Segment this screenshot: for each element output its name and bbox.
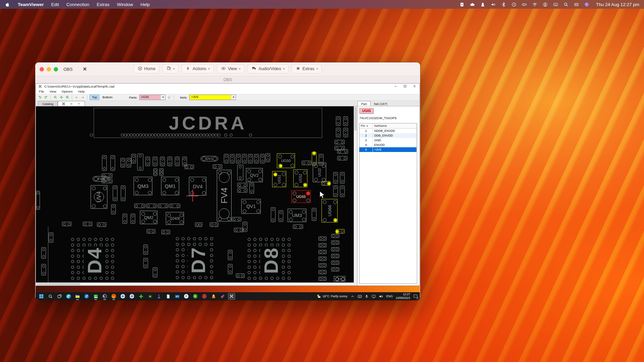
board-small-part[interactable] — [237, 188, 247, 193]
top-side-button[interactable]: Top — [90, 95, 99, 100]
board-component-Q2408[interactable]: Q2408 — [166, 212, 184, 225]
zoom-out-icon[interactable] — [53, 95, 58, 100]
taskbar-taskview-icon[interactable] — [56, 293, 63, 300]
forward-arrow-icon[interactable] — [80, 95, 85, 100]
board-small-part[interactable] — [210, 222, 218, 227]
board-small-part[interactable] — [331, 247, 339, 251]
minimize-button[interactable] — [394, 84, 398, 88]
board-small-part[interactable] — [131, 214, 135, 224]
vlc-cone-icon[interactable] — [480, 2, 486, 7]
pcb-canvas[interactable]: JCDRA QM3QM1DV4 FV4QV2QV1UV4 FV8QM2Q2408… — [36, 106, 354, 282]
board-small-part[interactable] — [254, 154, 259, 163]
board-small-part[interactable] — [331, 267, 339, 271]
board-small-part[interactable] — [243, 222, 247, 232]
board-small-part[interactable] — [336, 128, 341, 137]
menubar-item-help[interactable]: Help — [140, 2, 150, 7]
selected-part-chip[interactable]: UG65 — [359, 108, 374, 114]
board-small-part[interactable] — [237, 183, 247, 187]
session-icon[interactable] — [459, 2, 465, 7]
maximize-button[interactable] — [403, 84, 407, 88]
taskbar-parrot-icon[interactable] — [192, 293, 199, 300]
taskbar-figure-icon[interactable] — [155, 293, 163, 300]
board-small-part[interactable] — [331, 241, 339, 245]
table-header[interactable]: Pin▲ NetName — [359, 123, 417, 128]
board-small-part[interactable] — [153, 168, 157, 176]
board-bga-D8[interactable]: D8 — [246, 237, 296, 282]
board-small-part[interactable] — [312, 208, 316, 221]
cad-menu-file[interactable]: File — [39, 90, 44, 93]
tab-net[interactable]: Net (157) — [370, 101, 391, 106]
volume-icon[interactable] — [490, 2, 496, 7]
board-small-part[interactable] — [318, 263, 327, 267]
minimize-window-button[interactable] — [47, 67, 51, 71]
tv-toolbar-home-button[interactable]: Home — [134, 64, 159, 73]
taskbar-obs-icon[interactable] — [101, 293, 108, 300]
rotate-cw-icon[interactable] — [43, 95, 48, 100]
board-small-part[interactable] — [236, 154, 241, 163]
taskbar-sync-icon[interactable] — [83, 293, 90, 300]
tab-close-icon[interactable] — [77, 101, 82, 106]
board-small-part[interactable] — [83, 222, 92, 226]
board-small-part[interactable] — [242, 154, 247, 163]
apple-logo-icon[interactable] — [5, 2, 10, 7]
cad-menu-options[interactable]: Options — [62, 90, 73, 93]
board-small-part[interactable] — [279, 210, 283, 222]
taskbar-target-icon[interactable] — [128, 293, 136, 300]
board-component-UM3[interactable]: UM3 — [288, 209, 306, 222]
tv-toolbar-actions-button[interactable]: Actions▾ — [182, 64, 214, 73]
tab-catalog[interactable]: Catalog — [38, 101, 58, 106]
board-small-part[interactable] — [318, 257, 327, 261]
board-small-part[interactable] — [318, 243, 327, 247]
nets-combobox[interactable]: +3V5 — [189, 95, 236, 100]
menubar-clock[interactable]: Thu 24 Aug 12:27 pm — [596, 2, 639, 7]
table-row[interactable]: 4ENVDD — [359, 143, 417, 147]
board-component-QM2[interactable]: QM2 — [140, 211, 157, 224]
zoom-fit-icon[interactable] — [59, 95, 64, 100]
zoom-in-icon[interactable] — [65, 95, 70, 100]
combo-chevron-icon[interactable] — [160, 95, 165, 100]
board-small-part[interactable] — [336, 116, 341, 126]
table-row[interactable]: 2DDB_ENVDD — [359, 133, 417, 138]
back-arrow-icon[interactable] — [74, 95, 79, 100]
spotlight-icon[interactable] — [563, 2, 569, 7]
board-small-part[interactable] — [146, 204, 157, 208]
taskbar-edge-icon[interactable] — [65, 293, 72, 300]
board-small-part[interactable] — [318, 270, 327, 274]
board-small-part[interactable] — [122, 214, 127, 224]
board-small-part[interactable] — [249, 183, 254, 194]
board-component-QV2[interactable]: QV2 — [246, 168, 263, 182]
board-small-part[interactable] — [167, 157, 172, 166]
board-small-part[interactable] — [185, 165, 194, 169]
board-small-part[interactable] — [230, 154, 235, 163]
board-small-part[interactable] — [111, 204, 116, 214]
mic-icon[interactable] — [364, 294, 369, 299]
battery-icon[interactable] — [522, 2, 527, 7]
tab-document[interactable] — [58, 101, 85, 106]
board-small-part[interactable] — [234, 228, 243, 232]
board-small-part[interactable] — [169, 204, 180, 208]
board-small-part[interactable] — [248, 154, 253, 163]
board-component-UV4[interactable]: UV4 — [91, 185, 107, 209]
combo-chevron-icon[interactable] — [231, 95, 236, 100]
tv-toolbar-pages-button[interactable]: ▾ — [162, 64, 179, 73]
taskbar-vlc-icon[interactable] — [210, 293, 217, 300]
menubar-app-name[interactable]: TeamViewer — [18, 2, 44, 7]
board-small-part[interactable] — [120, 158, 125, 167]
table-row[interactable]: 3GND — [359, 138, 417, 143]
board-small-part[interactable] — [335, 140, 345, 144]
board-small-part[interactable] — [175, 157, 180, 166]
menubar-item-connection[interactable]: Connection — [66, 2, 89, 7]
board-small-part[interactable] — [143, 245, 148, 255]
control-center-icon[interactable] — [574, 2, 579, 7]
board-small-part[interactable] — [236, 273, 245, 278]
board-component-UG65[interactable]: UG65 — [291, 190, 311, 203]
taskbar-dots-icon[interactable] — [219, 293, 226, 300]
board-small-part[interactable] — [318, 277, 327, 281]
board-small-part[interactable] — [319, 154, 324, 165]
tv-toolbar-view-button[interactable]: View▾ — [217, 64, 244, 73]
board-bga-D7[interactable]: D7 — [175, 236, 222, 282]
board-small-part[interactable] — [343, 116, 348, 126]
board-small-part[interactable] — [260, 154, 265, 163]
cad-menu-help[interactable]: Help — [78, 90, 85, 93]
board-small-part[interactable] — [121, 186, 126, 201]
